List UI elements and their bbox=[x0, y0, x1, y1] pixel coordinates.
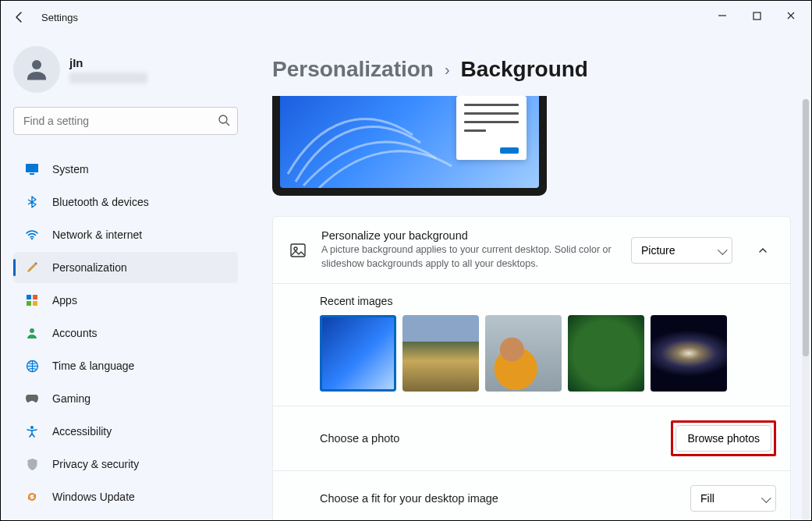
page-title: Background bbox=[461, 57, 588, 82]
annotation-highlight: Browse photos bbox=[671, 420, 776, 456]
sidebar-item-bluetooth[interactable]: Bluetooth & devices bbox=[13, 186, 238, 218]
svg-point-5 bbox=[31, 238, 34, 240]
recent-images-section: Recent images bbox=[273, 284, 790, 406]
svg-point-12 bbox=[30, 426, 34, 429]
sidebar-item-personalization[interactable]: Personalization bbox=[13, 252, 238, 283]
clock-globe-icon bbox=[24, 360, 40, 373]
svg-point-14 bbox=[294, 247, 297, 250]
accessibility-icon bbox=[24, 425, 40, 438]
svg-point-2 bbox=[219, 115, 227, 123]
user-email-redacted bbox=[69, 73, 147, 83]
chevron-right-icon: › bbox=[445, 61, 450, 79]
main-content: Personalization › Background bbox=[250, 34, 811, 520]
sidebar-item-label: Accessibility bbox=[52, 425, 112, 438]
sidebar-item-label: Privacy & security bbox=[52, 458, 139, 470]
maximize-button[interactable] bbox=[739, 4, 774, 27]
shield-icon bbox=[24, 458, 40, 471]
user-block[interactable]: jIn bbox=[9, 41, 243, 107]
svg-rect-6 bbox=[27, 295, 31, 299]
arrow-left-icon bbox=[13, 11, 26, 23]
sidebar-item-accounts[interactable]: Accounts bbox=[13, 317, 238, 349]
recent-images-label: Recent images bbox=[320, 295, 776, 307]
chevron-up-icon bbox=[757, 245, 768, 256]
sidebar-item-accessibility[interactable]: Accessibility bbox=[13, 416, 238, 447]
personalize-background-panel: Personalize your background A picture ba… bbox=[272, 216, 791, 520]
recent-image-thumb[interactable] bbox=[485, 315, 562, 392]
image-icon bbox=[287, 242, 309, 259]
sidebar-item-label: Accounts bbox=[52, 327, 98, 339]
choose-fit-label: Choose a fit for your desktop image bbox=[320, 492, 678, 505]
browse-photos-button[interactable]: Browse photos bbox=[675, 425, 771, 452]
choose-fit-row: Choose a fit for your desktop image Fill bbox=[273, 471, 790, 520]
nav-list: System Bluetooth & devices Network & int… bbox=[9, 152, 243, 520]
desktop-preview bbox=[272, 96, 547, 196]
maximize-icon bbox=[753, 12, 761, 20]
search-box[interactable] bbox=[13, 107, 238, 135]
svg-rect-8 bbox=[27, 301, 31, 306]
recent-image-thumb[interactable] bbox=[402, 315, 479, 392]
recent-image-thumb[interactable] bbox=[320, 315, 396, 392]
breadcrumb: Personalization › Background bbox=[272, 34, 791, 96]
close-icon bbox=[786, 11, 796, 20]
background-type-dropdown[interactable]: Picture bbox=[631, 237, 732, 264]
paintbrush-icon bbox=[24, 260, 40, 275]
sidebar-item-label: Windows Update bbox=[52, 491, 135, 503]
scrollbar-thumb[interactable] bbox=[803, 99, 809, 356]
recent-image-thumb[interactable] bbox=[651, 315, 727, 392]
sidebar-item-system[interactable]: System bbox=[13, 154, 238, 185]
preview-wallpaper bbox=[280, 96, 539, 188]
avatar bbox=[13, 46, 60, 93]
svg-rect-7 bbox=[33, 295, 37, 299]
back-button[interactable] bbox=[7, 5, 32, 30]
sidebar-item-time[interactable]: Time & language bbox=[13, 350, 238, 381]
svg-rect-9 bbox=[33, 301, 37, 306]
wifi-icon bbox=[24, 228, 40, 242]
minimize-button[interactable] bbox=[705, 4, 739, 27]
gamepad-icon bbox=[24, 393, 40, 404]
bluetooth-icon bbox=[24, 196, 40, 208]
scrollbar[interactable] bbox=[802, 99, 810, 520]
recent-image-thumb[interactable] bbox=[568, 315, 644, 392]
search-icon bbox=[218, 114, 230, 129]
svg-rect-0 bbox=[753, 12, 761, 19]
sidebar-item-label: Personalization bbox=[52, 261, 127, 274]
svg-rect-13 bbox=[291, 244, 305, 257]
svg-rect-4 bbox=[30, 173, 34, 175]
sidebar: jIn System Bluetooth & devices Network &… bbox=[1, 34, 250, 520]
panel-subtitle: A picture background applies to your cur… bbox=[321, 243, 619, 271]
sidebar-item-network[interactable]: Network & internet bbox=[13, 219, 238, 250]
sidebar-item-update[interactable]: Windows Update bbox=[13, 481, 238, 512]
svg-rect-3 bbox=[26, 164, 38, 172]
sidebar-item-label: System bbox=[52, 163, 89, 175]
choose-photo-row: Choose a photo Browse photos bbox=[273, 406, 790, 470]
apps-icon bbox=[24, 294, 40, 307]
dropdown-value: Picture bbox=[641, 244, 675, 257]
search-input[interactable] bbox=[13, 107, 238, 135]
close-button[interactable] bbox=[774, 4, 808, 27]
breadcrumb-parent[interactable]: Personalization bbox=[272, 57, 434, 82]
sidebar-item-privacy[interactable]: Privacy & security bbox=[13, 448, 238, 480]
fit-dropdown[interactable]: Fill bbox=[690, 485, 776, 512]
sidebar-item-label: Bluetooth & devices bbox=[52, 196, 149, 208]
sidebar-item-label: Time & language bbox=[52, 360, 134, 372]
choose-photo-label: Choose a photo bbox=[320, 432, 658, 445]
update-icon bbox=[24, 491, 40, 503]
svg-point-10 bbox=[30, 328, 34, 333]
monitor-icon bbox=[24, 162, 40, 176]
sidebar-item-label: Apps bbox=[52, 294, 77, 307]
sidebar-item-label: Gaming bbox=[52, 392, 90, 405]
sidebar-item-gaming[interactable]: Gaming bbox=[13, 383, 238, 414]
dropdown-value: Fill bbox=[700, 492, 714, 505]
user-name: jIn bbox=[69, 56, 147, 69]
preview-window bbox=[456, 96, 527, 160]
panel-title: Personalize your background bbox=[321, 229, 619, 242]
window-title: Settings bbox=[41, 12, 78, 23]
expand-toggle[interactable] bbox=[750, 237, 776, 264]
person-icon bbox=[24, 327, 40, 339]
svg-point-1 bbox=[32, 60, 41, 69]
sidebar-item-apps[interactable]: Apps bbox=[13, 285, 238, 316]
sidebar-item-label: Network & internet bbox=[52, 229, 142, 241]
minimize-icon bbox=[718, 11, 727, 20]
